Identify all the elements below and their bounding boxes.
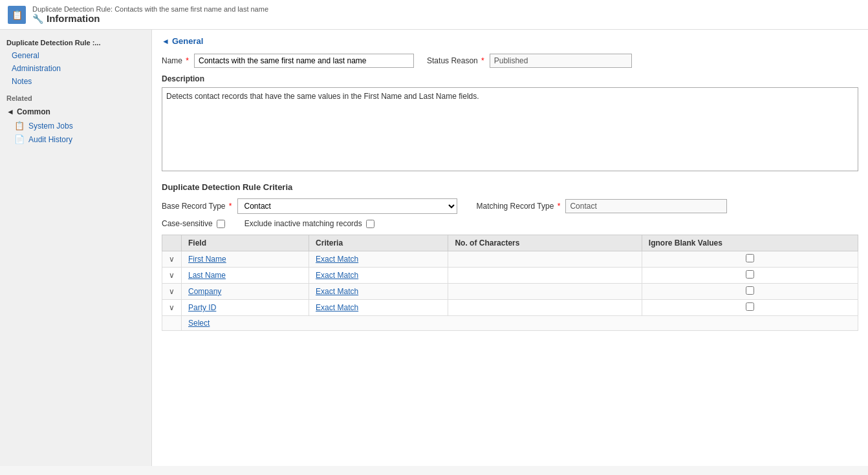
header: 📋 Duplicate Detection Rule: Contacts wit… [0,0,868,30]
case-sensitive-label: Case-sensitive [162,219,213,228]
status-reason-value: Published [490,54,632,68]
common-triangle-icon: ◄ [6,107,14,116]
base-required: * [227,202,232,211]
row3-criteria-link[interactable]: Exact Match [316,287,358,296]
row4-criteria: Exact Match [309,300,448,316]
case-sensitive-group: Case-sensitive [162,219,225,228]
table-row: ∨ Company Exact Match [162,284,858,300]
row1-criteria-link[interactable]: Exact Match [316,255,358,264]
col-criteria: Criteria [309,235,448,251]
section-title: General [172,36,203,46]
row1-field-link[interactable]: First Name [188,255,226,264]
row4-field-link[interactable]: Party ID [188,303,216,312]
common-header-label: Common [17,107,50,116]
header-title-area: Duplicate Detection Rule: Contacts with … [32,5,268,24]
row3-ignore-blank [642,284,858,300]
description-textarea[interactable]: Detects contact records that have the sa… [162,87,858,171]
exclude-inactive-label: Exclude inactive matching records [244,219,362,228]
select-cell: Select [182,316,858,331]
page-icon: 🔧 [32,14,43,24]
row3-ignore-blank-checkbox[interactable] [746,286,754,295]
layout: Duplicate Detection Rule :... General Ad… [0,30,868,466]
general-section-header: ◄ General [162,36,858,46]
sidebar-item-audit-history[interactable]: 📄 Audit History [0,132,151,146]
system-jobs-label: System Jobs [28,121,73,131]
name-input[interactable] [194,54,414,68]
row1-field: First Name [182,251,309,268]
sidebar: Duplicate Detection Rule :... General Ad… [0,30,152,466]
table-header-row: Field Criteria No. of Characters Ignore … [162,235,858,251]
row3-field-link[interactable]: Company [188,287,221,296]
row1-ignore-blank [642,251,858,268]
header-icon: 📋 [8,6,26,24]
status-reason-field-group: Status Reason * Published [427,54,632,68]
col-ignore-blank: Ignore Blank Values [642,235,858,251]
row3-chevron: ∨ [162,284,182,300]
criteria-table-body: ∨ First Name Exact Match ∨ [162,251,858,331]
name-required: * [184,56,189,65]
table-row: ∨ Last Name Exact Match [162,268,858,284]
table-row: ∨ Party ID Exact Match [162,300,858,316]
main-content: ◄ General Name * Status Reason * Publish… [152,30,868,466]
name-field-group: Name * [162,54,414,68]
name-status-row: Name * Status Reason * Published [162,54,858,68]
header-subtitle: Duplicate Detection Rule: Contacts with … [32,5,268,13]
audit-history-icon: 📄 [14,134,25,144]
table-row: ∨ First Name Exact Match [162,251,858,268]
record-type-row: Base Record Type * Contact Matching Reco… [162,198,858,214]
row3-num-chars [448,284,642,300]
sidebar-item-system-jobs[interactable]: 📋 System Jobs [0,119,151,132]
system-jobs-icon: 📋 [14,121,25,131]
row2-ignore-blank-checkbox[interactable] [746,270,754,279]
row2-field: Last Name [182,268,309,284]
select-link[interactable]: Select [188,319,210,328]
row2-criteria: Exact Match [309,268,448,284]
sidebar-section-title: Duplicate Detection Rule :... [0,35,151,49]
matching-record-type-label: Matching Record Type * [477,202,561,211]
col-chevron [162,235,182,251]
row4-num-chars [448,300,642,316]
name-label: Name * [162,56,189,65]
case-sensitive-checkbox[interactable] [217,220,225,228]
common-header: ◄ Common [0,105,151,119]
audit-history-label: Audit History [28,135,72,144]
row1-num-chars [448,251,642,268]
matching-record-type-value: Contact [565,199,727,213]
sidebar-item-notes[interactable]: Notes [0,75,151,88]
related-label: Related [0,88,151,105]
base-record-type-select[interactable]: Contact [237,198,457,214]
row2-criteria-link[interactable]: Exact Match [316,271,358,280]
row3-criteria: Exact Match [309,284,448,300]
criteria-section-title: Duplicate Detection Rule Criteria [162,182,858,192]
select-row: Select [162,316,858,331]
row3-field: Company [182,284,309,300]
row4-ignore-blank-checkbox[interactable] [746,302,754,311]
description-section: Description Detects contact records that… [162,74,858,173]
matching-record-type-group: Matching Record Type * Contact [477,199,728,213]
row2-ignore-blank [642,268,858,284]
exclude-inactive-checkbox[interactable] [366,220,374,228]
header-title-text: Information [47,13,100,24]
row1-ignore-blank-checkbox[interactable] [746,254,754,262]
header-main-title: 🔧 Information [32,13,268,24]
base-record-type-label: Base Record Type * [162,202,232,211]
exclude-inactive-group: Exclude inactive matching records [244,219,374,228]
status-required: * [479,56,484,65]
row4-field: Party ID [182,300,309,316]
row2-num-chars [448,268,642,284]
sidebar-item-administration[interactable]: Administration [0,62,151,75]
row1-criteria: Exact Match [309,251,448,268]
row4-chevron: ∨ [162,300,182,316]
row4-criteria-link[interactable]: Exact Match [316,303,358,312]
row2-field-link[interactable]: Last Name [188,271,226,280]
section-triangle-icon: ◄ [162,37,169,46]
description-label: Description [162,74,858,83]
header-icon-symbol: 📋 [12,10,23,20]
col-num-chars: No. of Characters [448,235,642,251]
col-field: Field [182,235,309,251]
match-required: * [555,202,560,211]
row4-ignore-blank [642,300,858,316]
sidebar-item-general[interactable]: General [0,49,151,62]
base-record-type-group: Base Record Type * Contact [162,198,457,214]
select-chevron-cell [162,316,182,331]
